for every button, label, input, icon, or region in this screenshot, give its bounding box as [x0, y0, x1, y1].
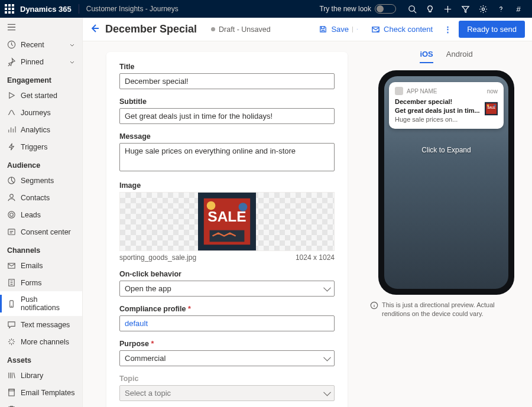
image-dimensions: 1024 x 1024 [296, 253, 335, 262]
svg-point-0 [408, 5, 414, 11]
subtitle-input[interactable] [119, 108, 335, 124]
nav-section-engagement: Engagement [0, 70, 82, 87]
help-icon[interactable] [492, 0, 510, 18]
try-new-look-toggle[interactable] [375, 4, 396, 14]
save-dropdown[interactable] [352, 27, 358, 32]
brand-label: Dynamics 365 [20, 5, 72, 14]
svg-point-1 [482, 8, 484, 10]
nav-analytics[interactable]: Analytics [0, 121, 82, 138]
nav-label: Triggers [21, 143, 47, 151]
notif-subtitle: Get great deals just in tim... [395, 106, 480, 115]
global-top-bar: Dynamics 365 Customer Insights - Journey… [0, 0, 532, 18]
clock-icon [7, 40, 16, 49]
back-button[interactable] [90, 24, 99, 35]
lightbulb-icon[interactable] [421, 0, 439, 18]
image-filename: sporting_goods_sale.jpg [119, 253, 196, 262]
more-commands-button[interactable]: ⋮ [442, 25, 453, 34]
nav-consent-center[interactable]: Consent center [0, 223, 82, 240]
nav-get-started[interactable]: Get started [0, 87, 82, 104]
nav-forms[interactable]: Forms [0, 274, 82, 291]
message-input[interactable]: Huge sale prices on everything online an… [119, 143, 335, 171]
nav-label: Text messages [21, 321, 70, 329]
nav-collapse-button[interactable] [0, 20, 82, 36]
ready-to-send-button[interactable]: Ready to send [459, 21, 525, 38]
journey-icon [7, 108, 16, 117]
svg-rect-11 [9, 389, 14, 396]
product-label: Customer Insights - Journeys [86, 5, 179, 13]
nav-recent[interactable]: Recent [0, 36, 82, 53]
notification-preview[interactable]: APP NAME now December special! Get great… [389, 82, 504, 129]
app-name-label: APP NAME [407, 88, 437, 95]
device-preview-pane: iOS Android APP NAME now [361, 41, 532, 407]
svg-point-21 [207, 201, 216, 210]
purpose-select[interactable]: Commercial [119, 350, 335, 366]
svg-point-22 [239, 203, 248, 211]
expand-hint[interactable]: Click to Expand [384, 146, 508, 154]
notif-image: SALE [485, 97, 498, 120]
add-icon[interactable] [439, 0, 456, 18]
filter-icon[interactable] [456, 0, 474, 18]
svg-rect-7 [8, 229, 15, 235]
image-thumbnail: SALE [197, 193, 257, 250]
nav-emails[interactable]: Emails [0, 257, 82, 274]
info-icon [370, 301, 378, 310]
analytics-icon [7, 125, 16, 134]
nav-text-messages[interactable]: Text messages [0, 316, 82, 333]
phone-frame: APP NAME now December special! Get great… [378, 70, 514, 295]
app-launcher-icon[interactable] [5, 4, 14, 14]
nav-label: Pinned [21, 58, 44, 66]
nav-pinned[interactable]: Pinned [0, 53, 82, 70]
save-button[interactable]: Save [315, 22, 362, 36]
nav-label: Library [21, 372, 43, 380]
nav-section-audience: Audience [0, 155, 82, 172]
title-input[interactable] [119, 73, 335, 89]
title-label: Title [119, 63, 335, 71]
account-icon[interactable]: # [510, 0, 527, 18]
tab-android[interactable]: Android [446, 50, 473, 63]
nav-label: Leads [21, 211, 41, 219]
tab-ios[interactable]: iOS [420, 50, 433, 63]
gear-icon[interactable] [474, 0, 492, 18]
trigger-icon [7, 142, 16, 151]
page-title: December Special [105, 23, 197, 35]
timestamp-label: now [487, 88, 498, 95]
image-preview[interactable]: SALE [119, 192, 335, 251]
nav-email-templates[interactable]: Email Templates [0, 384, 82, 401]
play-icon [7, 91, 16, 100]
nav-label: Email Templates [21, 389, 74, 397]
mail-icon [7, 261, 16, 270]
nav-push-notifications[interactable]: Push notifications [0, 291, 82, 316]
status-badge: Draft - Unsaved [211, 25, 271, 34]
svg-point-4 [10, 194, 14, 198]
nav-label: Contacts [21, 194, 50, 202]
nav-contacts[interactable]: Contacts [0, 189, 82, 206]
nav-label: Emails [21, 262, 43, 270]
status-dot-icon [211, 27, 215, 31]
check-content-button[interactable]: Check content [368, 22, 436, 36]
nav-triggers[interactable]: Triggers [0, 138, 82, 155]
command-bar: December Special Draft - Unsaved Save Ch… [83, 18, 532, 41]
nav-task-templates[interactable]: Task templates [0, 401, 82, 407]
left-nav: Recent Pinned Engagement Get started Jou… [0, 18, 83, 407]
sms-icon [7, 320, 16, 329]
try-new-look-label: Try the new look [319, 5, 371, 13]
nav-more-channels[interactable]: More channels [0, 333, 82, 350]
nav-segments[interactable]: Segments [0, 172, 82, 189]
consent-icon [7, 227, 16, 236]
topic-select [119, 385, 335, 401]
onclick-select[interactable]: Open the app [119, 281, 335, 297]
topic-label: Topic [119, 375, 335, 383]
nav-library[interactable]: Library [0, 367, 82, 384]
pin-icon [7, 57, 16, 66]
person-icon [7, 193, 16, 202]
search-icon[interactable] [403, 0, 421, 18]
nav-journeys[interactable]: Journeys [0, 104, 82, 121]
compliance-input[interactable] [119, 315, 335, 331]
svg-point-5 [10, 213, 14, 217]
onclick-label: On-click behavior [119, 270, 335, 278]
nav-label: Push notifications [21, 295, 75, 312]
svg-rect-23 [210, 230, 245, 242]
message-label: Message [119, 132, 335, 141]
compliance-label: Compliance profile [119, 305, 335, 313]
nav-leads[interactable]: Leads [0, 206, 82, 223]
